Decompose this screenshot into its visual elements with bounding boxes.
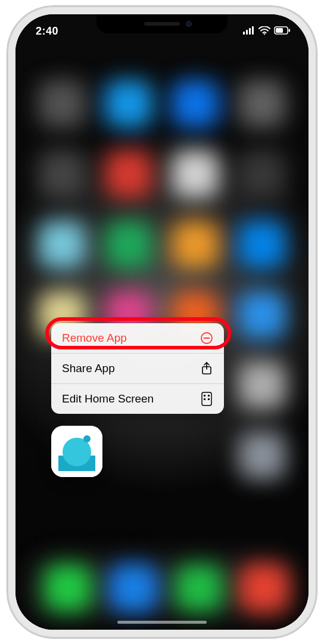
menu-item-label: Share App <box>62 362 115 375</box>
home-indicator[interactable] <box>117 621 207 624</box>
menu-item-label: Edit Home Screen <box>62 392 154 405</box>
phone-frame: 2:40 Remove App Share <box>7 6 317 638</box>
svg-rect-2 <box>249 28 251 35</box>
menu-item-share-app[interactable]: Share App <box>51 354 224 384</box>
apps-grid-icon <box>200 392 213 405</box>
share-icon <box>200 362 213 375</box>
svg-rect-14 <box>208 395 210 397</box>
menu-item-label: Remove App <box>62 332 127 345</box>
phone-notch <box>96 14 228 33</box>
selected-app-icon[interactable] <box>51 426 102 477</box>
context-menu: Remove App Share App Edit Home Screen <box>51 323 224 414</box>
cellular-signal-icon <box>243 26 255 35</box>
svg-rect-1 <box>246 30 248 35</box>
battery-icon <box>274 26 291 35</box>
svg-rect-3 <box>252 26 254 35</box>
svg-rect-0 <box>243 32 245 35</box>
menu-item-remove-app[interactable]: Remove App <box>51 323 224 354</box>
status-time: 2:40 <box>36 25 58 38</box>
svg-rect-13 <box>204 395 205 397</box>
svg-point-4 <box>264 33 266 35</box>
blurred-home-icons <box>15 14 309 630</box>
svg-point-20 <box>83 435 91 442</box>
svg-rect-7 <box>289 29 291 32</box>
wifi-icon <box>258 26 270 35</box>
menu-item-edit-home-screen[interactable]: Edit Home Screen <box>51 384 224 414</box>
phone-screen: 2:40 Remove App Share <box>15 14 309 630</box>
svg-rect-12 <box>202 392 211 405</box>
svg-rect-16 <box>208 398 210 400</box>
svg-rect-6 <box>276 28 283 33</box>
svg-rect-15 <box>204 398 205 400</box>
remove-circle-icon <box>200 332 213 345</box>
